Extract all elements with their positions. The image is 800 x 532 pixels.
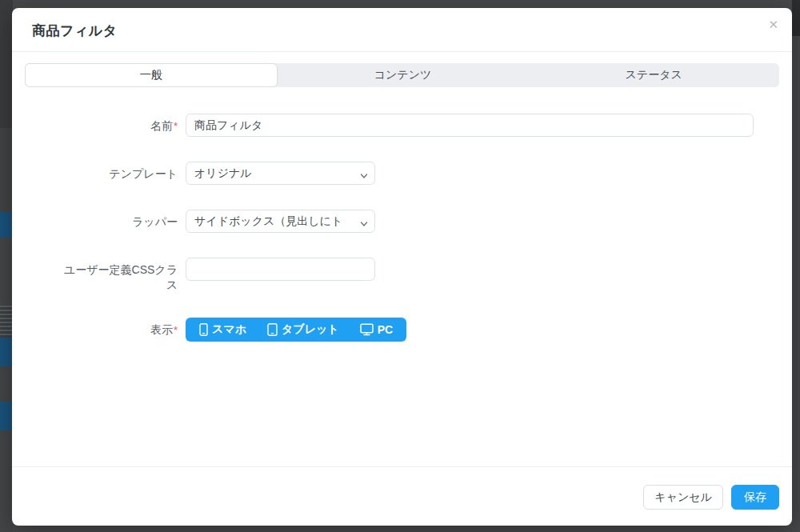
chevron-down-icon — [360, 170, 368, 182]
template-select[interactable]: オリジナル — [186, 162, 375, 185]
tab-status[interactable]: ステータス — [528, 63, 779, 87]
display-option-label: スマホ — [212, 322, 246, 337]
backdrop-fragment — [0, 402, 13, 430]
template-label: テンプレート — [32, 162, 178, 182]
wrapper-control: サイドボックス（見出しにト — [186, 210, 754, 233]
name-label: 名前* — [32, 114, 178, 134]
display-option-pc[interactable]: PC — [350, 318, 403, 342]
css-class-label: ユーザー定義CSSクラ ス — [32, 258, 178, 293]
form-row-css-class: ユーザー定義CSSクラ ス — [32, 258, 754, 293]
modal-body: 一般 コンテンツ ステータス 名前* テンプレート オリジナル — [12, 52, 792, 466]
tab-general[interactable]: 一般 — [25, 63, 278, 87]
cancel-button[interactable]: キャンセル — [643, 485, 723, 510]
save-button[interactable]: 保存 — [731, 485, 779, 510]
required-asterisk: * — [174, 120, 178, 132]
modal-title: 商品フィルタ — [32, 22, 776, 40]
desktop-icon — [360, 323, 374, 336]
backdrop-fragment — [0, 366, 13, 402]
backdrop-fragment — [0, 128, 13, 212]
wrapper-label: ラッパー — [32, 210, 178, 230]
display-option-tablet[interactable]: タブレット — [257, 318, 350, 342]
display-option-smartphone[interactable]: スマホ — [189, 318, 257, 342]
wrapper-select[interactable]: サイドボックス（見出しにト — [186, 210, 375, 233]
css-class-input[interactable] — [186, 258, 375, 281]
backdrop-fragment — [0, 238, 13, 306]
name-input[interactable] — [186, 114, 754, 137]
form-row-wrapper: ラッパー サイドボックス（見出しにト — [32, 210, 754, 233]
tab-content[interactable]: コンテンツ — [278, 63, 529, 87]
display-label: 表示* — [32, 318, 178, 338]
modal-header: 商品フィルタ ✕ — [12, 8, 792, 52]
wrapper-select-value: サイドボックス（見出しにト — [194, 214, 342, 229]
template-select-value: オリジナル — [194, 166, 252, 181]
close-icon[interactable]: ✕ — [766, 17, 780, 32]
chevron-down-icon — [360, 218, 368, 230]
display-label-text: 表示 — [150, 323, 173, 336]
modal-backdrop-right — [792, 0, 800, 532]
name-label-text: 名前 — [150, 119, 173, 132]
backdrop-fragment — [0, 338, 13, 366]
display-option-label: PC — [378, 323, 393, 336]
display-option-label: タブレット — [282, 322, 339, 337]
form-row-display: 表示* スマホ タブレット — [32, 318, 754, 342]
backdrop-fragment — [792, 0, 800, 36]
smartphone-icon — [199, 323, 208, 336]
display-control: スマホ タブレット PC — [186, 318, 754, 342]
backdrop-fragment — [0, 212, 13, 238]
name-control — [186, 114, 754, 137]
required-asterisk: * — [174, 324, 178, 336]
product-filter-modal: 商品フィルタ ✕ 一般 コンテンツ ステータス 名前* テンプレート オリジナル — [12, 8, 792, 526]
general-form: 名前* テンプレート オリジナル ラッパー — [25, 114, 779, 342]
backdrop-fragment — [0, 430, 13, 532]
modal-backdrop-left — [0, 0, 13, 532]
tablet-icon — [267, 323, 278, 336]
backdrop-fragment — [0, 0, 13, 128]
form-row-name: 名前* — [32, 114, 754, 137]
template-control: オリジナル — [186, 162, 754, 185]
modal-footer: キャンセル 保存 — [12, 466, 792, 526]
form-row-template: テンプレート オリジナル — [32, 162, 754, 185]
backdrop-fragment — [0, 306, 13, 338]
display-toggle-group: スマホ タブレット PC — [186, 318, 406, 342]
css-class-control — [186, 258, 754, 281]
tab-bar: 一般 コンテンツ ステータス — [25, 63, 779, 87]
